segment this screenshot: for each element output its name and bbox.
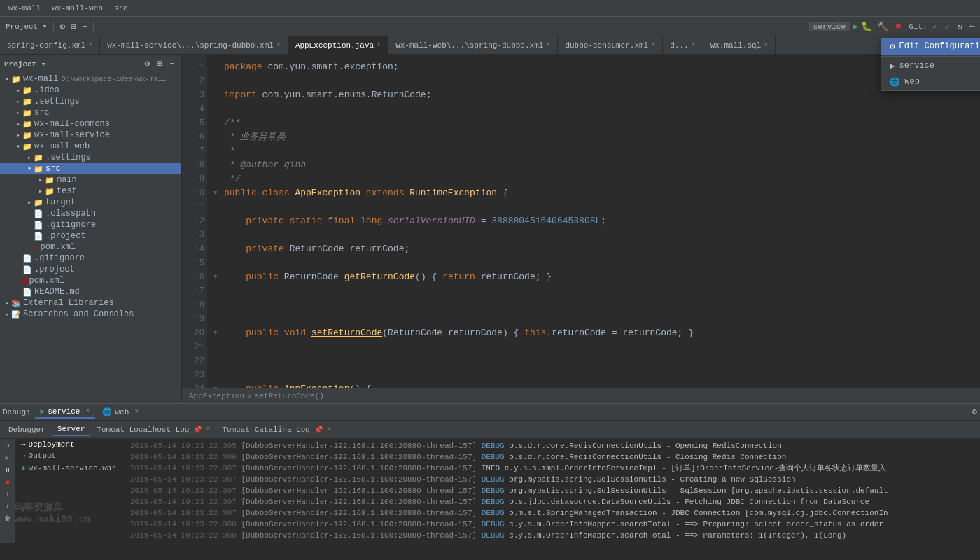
run-dropdown-edit-configs[interactable]: ⚙ Edit Configurations... [881,38,980,55]
subtab-debugger[interactable]: Debugger [3,424,51,435]
tree-pom-web[interactable]: ▸ m pom.xml [0,241,181,253]
tree-classpath[interactable]: ▸ 📄 .classpath [0,208,181,219]
subtab-tomcat-localhost[interactable]: Tomcat Localhost Log 📌 × [91,424,216,435]
close-tab-3[interactable]: × [546,41,550,49]
file-tab-1[interactable]: wx-mall-service\...\spring-dubbo.xml × [100,36,288,55]
output-section[interactable]: → Output [15,450,127,461]
file-tab-6[interactable]: wx.mall.sql × [704,36,776,55]
git-tick-icon[interactable]: ✓ [943,20,953,34]
close-tab-4[interactable]: × [651,41,655,49]
tree-readme[interactable]: ▸ 📄 README.md [0,286,181,298]
layout-icon[interactable]: ⊞ [69,20,78,34]
tree-web[interactable]: ▾ 📁 wx-mall-web [0,141,181,152]
debug-log-output[interactable]: 2019-05-14 19:23:22.305 [DubboServerHand… [127,439,980,543]
git-back-icon[interactable]: ← [967,20,977,33]
tree-project-web[interactable]: ▸ 📄 .project [0,230,181,241]
debug-settings-icon[interactable]: ⚙ [972,407,977,417]
tree-web-src[interactable]: ▾ 📁 src [0,163,181,174]
tree-pom-root[interactable]: ▸ m pom.xml [0,275,181,286]
subtab-tomcat-catalina[interactable]: Tomcat Catalina Log 📌 × [216,424,336,435]
tree-settings[interactable]: ▸ 📁 .settings [0,96,181,107]
tree-arrow: ▸ [25,153,34,162]
tree-idea[interactable]: ▸ 📁 .idea [0,85,181,96]
debug-tab-close[interactable]: × [85,407,90,415]
close-tab-6[interactable]: × [764,41,768,49]
debug-left-buttons: ↺ ▶ ⏸ ■ ↑ ↓ 🗑 [0,439,15,543]
toolbar-sep-1 [53,21,54,32]
debug-tab-web-close[interactable]: × [134,408,139,416]
file-tab-2[interactable]: AppException.java × [288,36,388,55]
top-tab-wxmall[interactable]: wx-mall [3,3,46,14]
settings-icon[interactable]: ⚙ [57,20,67,34]
close-tab-0[interactable]: × [88,41,92,49]
run-button[interactable]: ▶ [853,20,858,32]
close-tab-1[interactable]: × [276,41,281,49]
restart-btn[interactable]: ↺ [0,439,15,451]
tree-scratches[interactable]: ▸ 📝 Scratches and Consoles [0,309,181,320]
arrow-down-btn[interactable]: ↓ [0,500,15,512]
run-config-name[interactable]: service [809,22,850,31]
editor-content[interactable]: 12345 678910 1112131415 1617181920 21222… [182,55,980,388]
top-tab-wxmallweb[interactable]: wx-mall-web [46,3,108,14]
subtab-close-0[interactable]: × [206,426,210,433]
debug-button[interactable]: 🐛 [861,21,872,32]
tree-commons[interactable]: ▸ 📁 wx-mall-commons [0,118,181,130]
file-tab-5[interactable]: d... × [663,36,703,55]
run-dropdown-web[interactable]: 🌐 web [881,74,980,90]
deployment-section[interactable]: → Deployment [15,439,127,450]
folder-icon: 📁 [34,164,43,174]
git-check-icon[interactable]: ✓ [930,20,940,34]
bottom-panel: Debug: ▶ service × 🌐 web × ⚙ Debugger Se… [0,403,980,543]
expand-icon[interactable]: – [80,20,90,33]
git-refresh-icon[interactable]: ↻ [955,20,965,34]
close-tab-5[interactable]: × [692,41,696,49]
service-item[interactable]: ● wx-mall-service.war [15,461,127,475]
tree-gitignore-web[interactable]: ▸ 📄 .gitignore [0,219,181,230]
debug-tab-service[interactable]: ▶ service × [35,405,96,419]
resume-btn[interactable]: ▶ [0,451,15,464]
file-tab-0[interactable]: spring-config.xml × [0,36,100,55]
project-menu[interactable]: Project ▾ [3,20,50,32]
code-line-5: /** [213,116,980,130]
tree-target[interactable]: ▸ 📁 target [0,197,181,208]
run-config-area: service ▶ 🐛 🔨 ■ Git: ✓ ✓ ↻ ← ⚙ Edit Conf… [809,20,977,34]
arrow-up-btn[interactable]: ↑ [0,489,15,500]
file-tab-3[interactable]: wx-mall-web\...\spring-dubbo.xml × [388,36,558,55]
stop-btn[interactable]: ■ [0,477,15,489]
libs-icon: 📚 [11,299,21,308]
run-dropdown-service[interactable]: ▶ service [881,58,980,74]
pause-btn[interactable]: ⏸ [0,464,15,477]
tree-project-root[interactable]: ▸ 📄 .project [0,264,181,275]
service-tab-icon: ▶ [41,407,46,416]
tree-service[interactable]: ▸ 📁 wx-mall-service [0,130,181,141]
tree-src[interactable]: ▸ 📁 src [0,107,181,118]
clear-btn[interactable]: 🗑 [0,512,15,525]
sidebar-settings-icon[interactable]: ⚙ [143,57,153,71]
build-icon[interactable]: 🔨 [875,20,890,34]
log-line-9: 2019-05-14 19:23:22.311 [DubboServerHand… [130,541,977,543]
tree-external-libs[interactable]: ▸ 📚 External Libraries [0,298,181,309]
stop-icon[interactable]: ■ [893,20,903,33]
code-line-4 [213,102,980,116]
debug-tab-web[interactable]: 🌐 web × [97,406,144,418]
file-icon: 📄 [22,265,32,274]
subtab-close-1[interactable]: × [327,426,331,433]
tree-arrow: ▾ [25,164,34,173]
breadcrumb-class: AppException [189,392,244,400]
close-tab-2[interactable]: × [377,41,381,49]
deployment-icon: → [21,440,26,449]
sidebar-layout-icon[interactable]: ⊞ [155,57,164,71]
code-editor[interactable]: package com.yun.smart.exception; import … [207,55,980,388]
tree-main[interactable]: ▸ 📁 main [0,174,181,186]
code-line-18 [213,298,980,312]
sidebar-collapse-icon[interactable]: – [167,57,177,71]
tree-test[interactable]: ▸ 📁 test [0,186,181,197]
tree-root-wxmall[interactable]: ▾ 📁 wx-mall D:\workspace-idea\wx-mall [0,74,181,85]
web-icon: 🌐 [890,77,900,88]
file-icon: 📄 [34,220,43,230]
subtab-server[interactable]: Server [52,424,91,436]
top-tab-src[interactable]: src [108,3,134,14]
tree-gitignore-root[interactable]: ▸ 📄 .gitignore [0,253,181,264]
file-tab-4[interactable]: dubbo-consumer.xml × [558,36,663,55]
tree-web-settings[interactable]: ▸ 📁 .settings [0,152,181,163]
